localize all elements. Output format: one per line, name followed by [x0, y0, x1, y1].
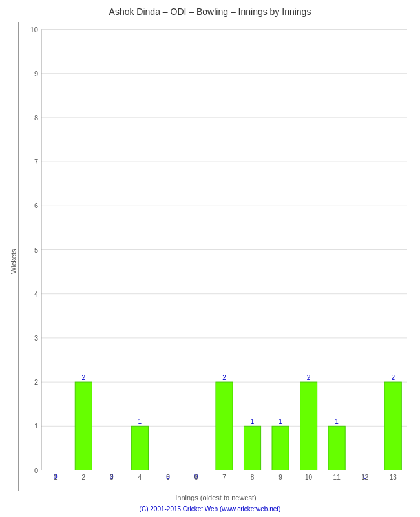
svg-text:10: 10: [305, 474, 313, 481]
svg-text:1: 1: [251, 418, 255, 425]
svg-text:4: 4: [34, 290, 38, 298]
y-axis-label: Wickets: [6, 22, 18, 501]
svg-text:0: 0: [34, 467, 38, 474]
plot-area: 0123456789100122031405062718192101110122…: [18, 22, 414, 491]
svg-rect-41: [244, 426, 260, 470]
svg-text:11: 11: [333, 474, 341, 481]
svg-text:13: 13: [390, 474, 397, 481]
chart-inner: 0123456789100122031405062718192101110122…: [18, 22, 414, 501]
svg-text:2: 2: [307, 374, 311, 381]
svg-text:3: 3: [34, 334, 38, 342]
x-axis-label: Innings (oldest to newest): [18, 494, 414, 501]
svg-text:12: 12: [361, 474, 369, 481]
chart-title: Ashok Dinda – ODI – Bowling – Innings by…: [109, 6, 311, 17]
svg-text:8: 8: [34, 114, 38, 121]
svg-text:10: 10: [30, 26, 38, 34]
svg-rect-31: [131, 426, 148, 470]
chart-area: Wickets 01234567891001220314050627181921…: [6, 22, 414, 501]
svg-text:9: 9: [278, 474, 282, 481]
svg-text:8: 8: [251, 474, 255, 481]
svg-text:1: 1: [54, 474, 58, 481]
svg-text:1: 1: [335, 418, 339, 425]
svg-rect-38: [216, 382, 233, 470]
svg-text:2: 2: [391, 374, 395, 381]
svg-text:5: 5: [34, 246, 38, 254]
svg-text:2: 2: [82, 474, 86, 481]
svg-text:4: 4: [138, 474, 142, 481]
chart-container: Ashok Dinda – ODI – Bowling – Innings by…: [0, 0, 420, 517]
svg-rect-47: [300, 382, 317, 470]
svg-text:2: 2: [82, 374, 86, 381]
svg-text:6: 6: [34, 202, 38, 209]
footer: (C) 2001-2015 Cricket Web (www.cricketwe…: [140, 505, 281, 512]
svg-text:1: 1: [138, 418, 142, 425]
svg-rect-55: [384, 382, 401, 470]
svg-text:7: 7: [34, 158, 38, 165]
svg-text:2: 2: [34, 378, 38, 386]
svg-text:5: 5: [166, 474, 170, 481]
svg-text:6: 6: [194, 474, 198, 481]
svg-text:1: 1: [278, 418, 282, 425]
svg-text:2: 2: [222, 374, 226, 381]
svg-rect-26: [75, 382, 92, 470]
svg-rect-44: [272, 426, 289, 470]
svg-text:9: 9: [34, 70, 38, 78]
svg-rect-50: [328, 426, 345, 470]
svg-text:3: 3: [110, 474, 114, 481]
svg-text:1: 1: [34, 422, 38, 430]
svg-text:7: 7: [222, 474, 226, 481]
chart-svg: 0123456789100122031405062718192101110122…: [19, 22, 414, 491]
